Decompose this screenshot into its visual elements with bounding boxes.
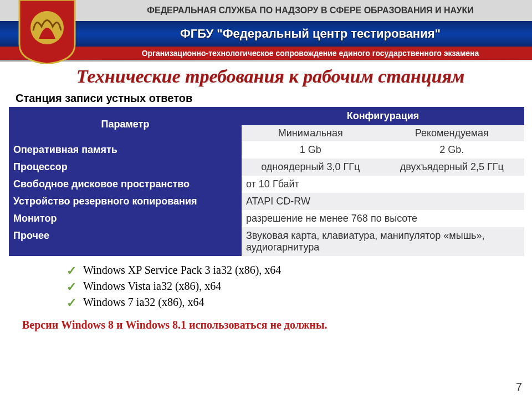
row-backup-label: Устройство резервного копирования <box>9 193 242 210</box>
tagline-bar: Организационно-технологическое сопровожд… <box>0 47 532 60</box>
row-other-val: Звуковая карта, клавиатура, манипулятор … <box>242 227 524 256</box>
page-number: 7 <box>516 381 522 393</box>
os-checklist: Windows XP Service Pack 3 ia32 (x86), x6… <box>66 264 532 309</box>
warning-text: Версии Windows 8 и Windows 8.1 использов… <box>22 319 532 331</box>
header-min: Минимальная <box>242 125 380 141</box>
row-ram-rec: 2 Gb. <box>380 141 524 158</box>
row-cpu-min: одноядерный 3,0 ГГц <box>242 158 380 176</box>
row-cpu-rec: двухъядерный 2,5 ГГц <box>380 158 524 176</box>
row-monitor-label: Монитор <box>9 210 242 227</box>
os-item: Windows 7 ia32 (x86), x64 <box>66 296 532 309</box>
row-backup-val: ATAPI CD-RW <box>242 193 524 210</box>
os-item: Windows XP Service Pack 3 ia32 (x86), x6… <box>66 264 532 277</box>
header-config: Конфигурация <box>242 107 524 125</box>
state-emblem-icon <box>17 0 78 64</box>
requirements-table: Параметр Конфигурация Минимальная Рекоме… <box>9 107 524 256</box>
row-other-label: Прочее <box>9 227 242 256</box>
divider <box>0 60 532 62</box>
row-ram-min: 1 Gb <box>242 141 380 158</box>
row-disk-label: Свободное дисковое пространство <box>9 176 242 193</box>
agency-bar: ФЕДЕРАЛЬНАЯ СЛУЖБА ПО НАДЗОРУ В СФЕРЕ ОБ… <box>0 0 532 21</box>
section-subtitle: Станция записи устных ответов <box>16 92 532 105</box>
header-rec: Рекомендуемая <box>380 125 524 141</box>
os-item: Windows Vista ia32 (x86), x64 <box>66 280 532 293</box>
row-monitor-val: разрешение не менее 768 по высоте <box>242 210 524 227</box>
row-cpu-label: Процессор <box>9 158 242 176</box>
slide-title: Технические требования к рабочим станция… <box>27 66 514 86</box>
org-banner: ФГБУ "Федеральный центр тестирования" <box>0 21 532 47</box>
row-ram-label: Оперативная память <box>9 141 242 158</box>
header-param: Параметр <box>9 107 242 141</box>
row-disk-val: от 10 Гбайт <box>242 176 524 193</box>
